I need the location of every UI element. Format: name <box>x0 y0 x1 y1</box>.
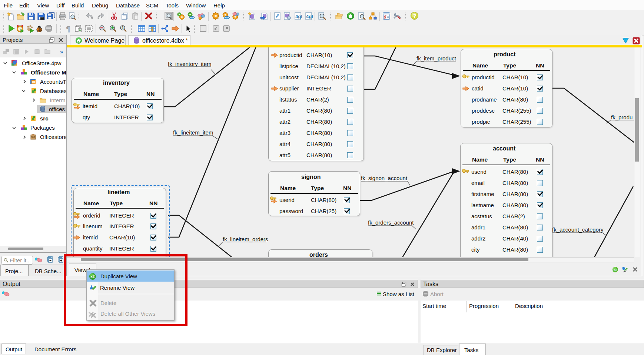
svg-text:1: 1 <box>122 26 124 30</box>
svg-text:x2: x2 <box>614 268 617 272</box>
svg-text:¶: ¶ <box>66 24 70 33</box>
svg-text:?: ? <box>413 13 416 19</box>
svg-text:x2: x2 <box>90 274 95 279</box>
svg-text:4gl: 4gl <box>295 14 302 19</box>
svg-text:4gl: 4gl <box>306 14 313 19</box>
